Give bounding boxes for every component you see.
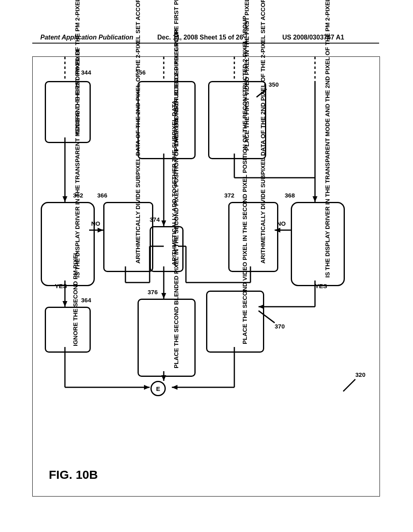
svg-marker-5	[63, 196, 67, 202]
ref-356: 356	[136, 69, 146, 76]
node-356: PLACE THE FIRST BLENDED PIXEL IN THE FIR…	[138, 81, 196, 159]
svg-line-39	[343, 379, 355, 391]
node-370: PLACE THE SECOND VIDEO PIXEL IN THE SECO…	[206, 291, 264, 353]
node-376-text: PLACE THE SECOND BLENDED PIXEL IN THE SE…	[173, 300, 179, 368]
node-368: IS THE DISPLAY DRIVER IN THE TRANSPARENT…	[291, 202, 345, 286]
node-370-text: PLACE THE SECOND VIDEO PIXEL IN THE SECO…	[242, 292, 248, 344]
figure-label: FIG. 10B	[49, 468, 98, 482]
connector-e: E	[150, 381, 166, 396]
node-372: ARITHMETICALLY DIVIDE SUBPIXEL DATA OF T…	[228, 202, 278, 272]
node-350: PLACE THE FIRST VIDEO PIXEL IN THE FIRST…	[208, 81, 266, 159]
ref-368: 368	[285, 192, 295, 199]
svg-marker-17	[63, 301, 67, 307]
patent-page: Patent Application Publication Dec. 11, …	[0, 0, 413, 532]
ref-374: 374	[150, 216, 160, 223]
node-366-text: ARITHMETICALLY DIVIDE SUBPIXEL DATA OF T…	[135, 203, 141, 264]
yes-368: YES	[315, 283, 327, 289]
connector-e-label: E	[156, 385, 160, 392]
header-right: US 2008/0303767 A1	[282, 34, 344, 41]
svg-marker-11	[313, 196, 317, 202]
svg-marker-30	[161, 293, 166, 299]
ref-372: 372	[224, 192, 234, 199]
ref-320: 320	[355, 371, 365, 378]
no-368: NO	[277, 220, 286, 227]
svg-marker-38	[172, 385, 177, 390]
node-366: ARITHMETICALLY DIVIDE SUBPIXEL DATA OF T…	[103, 202, 153, 272]
ref-350: 350	[269, 81, 279, 88]
ref-370: 370	[275, 323, 285, 330]
figure-frame: IGNORE THE FIRST PM PIXEL PLACE THE FIRS…	[32, 56, 380, 497]
node-364-text: IGNORE THE SECOND PM PIXEL	[72, 308, 79, 346]
node-372-text: ARITHMETICALLY DIVIDE SUBPIXEL DATA OF T…	[260, 203, 266, 264]
node-364: IGNORE THE SECOND PM PIXEL	[45, 307, 91, 353]
svg-marker-13	[98, 228, 103, 233]
ref-376: 376	[148, 289, 158, 295]
ref-364: 364	[81, 297, 91, 303]
ref-344: 344	[81, 69, 91, 76]
ref-362: 362	[73, 192, 83, 199]
no-362: NO	[91, 220, 100, 227]
yes-362: YES	[55, 283, 67, 289]
svg-marker-9	[161, 220, 166, 226]
node-368-text: IS THE DISPLAY DRIVER IN THE TRANSPARENT…	[324, 203, 331, 278]
svg-marker-33	[144, 385, 150, 390]
node-344: IGNORE THE FIRST PM PIXEL	[45, 81, 91, 143]
header-mid: Dec. 11, 2008 Sheet 15 of 26	[157, 34, 243, 41]
ref-366: 366	[97, 192, 107, 199]
header-left: Patent Application Publication	[40, 34, 133, 41]
node-376: PLACE THE SECOND BLENDED PIXEL IN THE SE…	[138, 299, 196, 377]
node-362: IS THE DISPLAY DRIVER IN THE TRANSPARENT…	[41, 202, 95, 286]
